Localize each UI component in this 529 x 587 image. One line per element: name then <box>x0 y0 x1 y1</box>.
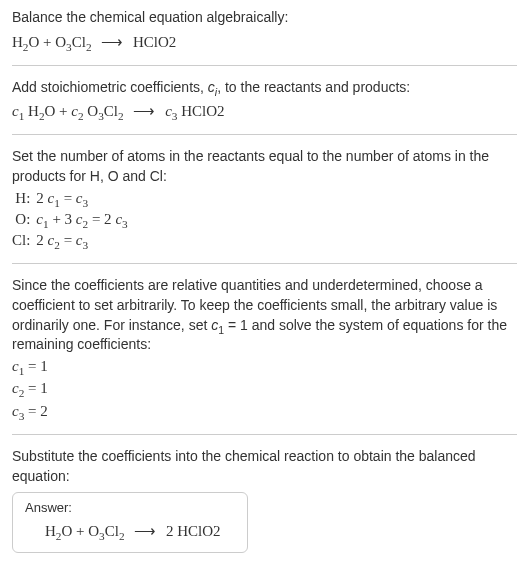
sub: 3 <box>83 197 89 209</box>
formula-cl: Cl <box>72 34 86 50</box>
f-o-plus-o: O + O <box>61 523 99 539</box>
f-cl: Cl <box>105 523 119 539</box>
c: c <box>76 190 83 206</box>
f-product: 2 HClO2 <box>162 523 220 539</box>
result-c3: c3 = 2 <box>12 400 517 423</box>
c: c <box>12 380 19 396</box>
table-row: H: 2 c1 = c3 <box>12 188 132 209</box>
formula-product: HClO2 <box>133 34 176 50</box>
reaction-arrow: ⟶ <box>134 521 156 542</box>
coef: 2 <box>36 190 47 206</box>
add-coeff-text: Add stoichiometric coefficients, ci, to … <box>12 78 517 98</box>
answer-box: Answer: H2O + O3Cl2 ⟶ 2 HClO2 <box>12 492 248 552</box>
sp-o3-o: O <box>84 103 99 119</box>
c: c <box>76 232 83 248</box>
solve-text: Since the coefficients are relative quan… <box>12 276 517 354</box>
balance-eq-h: 2 c1 = c3 <box>36 188 131 209</box>
section-answer: Substitute the coefficients into the che… <box>12 447 517 552</box>
sp-cl: Cl <box>104 103 118 119</box>
sub: 3 <box>122 218 128 230</box>
prompt-text: Balance the chemical equation algebraica… <box>12 8 517 28</box>
reaction-arrow: ⟶ <box>133 101 155 122</box>
balance-eq-o: c1 + 3 c2 = 2 c3 <box>36 209 131 230</box>
unbalanced-equation: H2O + O3Cl2 ⟶ HClO2 <box>12 32 517 53</box>
formula-cl2-sub: 2 <box>86 41 92 53</box>
table-row: Cl: 2 c2 = c3 <box>12 230 132 251</box>
coef: 2 <box>36 232 47 248</box>
element-label: H: <box>12 188 36 209</box>
eq: = 2 <box>88 211 115 227</box>
formula-o-plus-o: O + O <box>28 34 66 50</box>
formula-h2o-h: H <box>12 34 23 50</box>
reaction-arrow: ⟶ <box>101 32 123 53</box>
element-label: Cl: <box>12 230 36 251</box>
sub: 3 <box>83 239 89 251</box>
c: c <box>12 403 19 419</box>
section-add-coefficients: Add stoichiometric coefficients, ci, to … <box>12 78 517 136</box>
section-atom-balance: Set the number of atoms in the reactants… <box>12 147 517 264</box>
eq: = <box>60 190 76 206</box>
balanced-equation: H2O + O3Cl2 ⟶ 2 HClO2 <box>25 521 235 542</box>
balance-text: Set the number of atoms in the reactants… <box>12 147 517 186</box>
mid: + 3 <box>49 211 76 227</box>
substitute-text: Substitute the coefficients into the che… <box>12 447 517 486</box>
c1-c: c <box>12 103 19 119</box>
c: c <box>36 211 43 227</box>
stoich-equation: c1 H2O + c2 O3Cl2 ⟶ c3 HClO2 <box>12 101 517 122</box>
ci-c: c <box>208 79 215 95</box>
element-label: O: <box>12 209 36 230</box>
balance-equations-table: H: 2 c1 = c3 O: c1 + 3 c2 = 2 c3 Cl: 2 c… <box>12 188 132 251</box>
eq: = <box>60 232 76 248</box>
text-part-1: Add stoichiometric coefficients, <box>12 79 208 95</box>
c3-c: c <box>165 103 172 119</box>
f-h: H <box>45 523 56 539</box>
c: c <box>12 358 19 374</box>
section-solve: Since the coefficients are relative quan… <box>12 276 517 435</box>
val: = 1 <box>24 358 47 374</box>
val: = 2 <box>24 403 47 419</box>
sp-h: H <box>24 103 39 119</box>
sp-prod: HClO2 <box>177 103 224 119</box>
c2-c: c <box>71 103 78 119</box>
section-prompt: Balance the chemical equation algebraica… <box>12 8 517 66</box>
sp-o-plus: O + <box>45 103 72 119</box>
val: = 1 <box>24 380 47 396</box>
c: c <box>76 211 83 227</box>
coefficient-results: c1 = 1 c2 = 1 c3 = 2 <box>12 355 517 423</box>
result-c2: c2 = 1 <box>12 377 517 400</box>
answer-label: Answer: <box>25 499 235 517</box>
sp-cl-sub: 2 <box>118 110 124 122</box>
f-cl-sub: 2 <box>119 530 125 542</box>
balance-eq-cl: 2 c2 = c3 <box>36 230 131 251</box>
table-row: O: c1 + 3 c2 = 2 c3 <box>12 209 132 230</box>
result-c1: c1 = 1 <box>12 355 517 378</box>
text-part-2: , to the reactants and products: <box>217 79 410 95</box>
